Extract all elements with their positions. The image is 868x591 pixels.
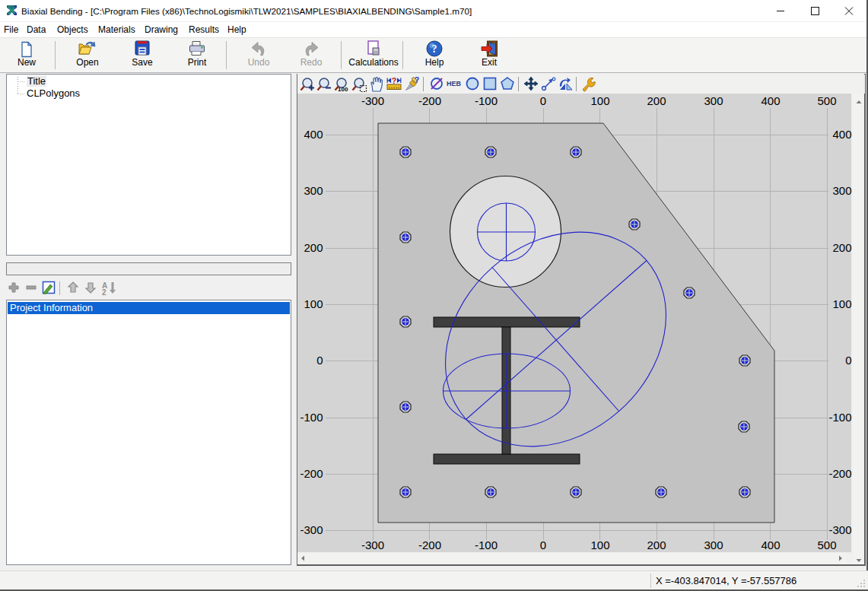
svg-text:300: 300 bbox=[704, 539, 723, 551]
svg-text:200: 200 bbox=[304, 241, 323, 254]
svg-text:0: 0 bbox=[540, 539, 546, 551]
svg-text:-300: -300 bbox=[828, 523, 851, 536]
svg-text:-300: -300 bbox=[361, 539, 384, 551]
svg-text:200: 200 bbox=[832, 241, 851, 254]
svg-text:0: 0 bbox=[845, 354, 851, 367]
svg-text:-100: -100 bbox=[475, 539, 498, 551]
svg-text:500: 500 bbox=[817, 94, 836, 107]
svg-text:400: 400 bbox=[304, 128, 323, 141]
svg-text:-300: -300 bbox=[361, 94, 384, 107]
svg-text:400: 400 bbox=[832, 128, 851, 141]
svg-text:0: 0 bbox=[540, 94, 546, 107]
svg-text:200: 200 bbox=[647, 539, 666, 551]
svg-text:100: 100 bbox=[338, 86, 348, 93]
svg-text:100: 100 bbox=[304, 297, 323, 310]
svg-text:-200: -200 bbox=[300, 467, 323, 480]
svg-text:-100: -100 bbox=[828, 411, 851, 424]
svg-text:300: 300 bbox=[704, 94, 723, 107]
svg-text:100: 100 bbox=[590, 94, 609, 107]
svg-text:-200: -200 bbox=[418, 539, 441, 551]
svg-text:-100: -100 bbox=[475, 94, 498, 107]
svg-text:-300: -300 bbox=[300, 523, 323, 536]
svg-text:?: ? bbox=[432, 43, 437, 55]
svg-text:?: ? bbox=[415, 75, 420, 84]
svg-text:100: 100 bbox=[590, 539, 609, 551]
svg-text:2: 2 bbox=[102, 288, 107, 297]
svg-text:-200: -200 bbox=[828, 467, 851, 480]
svg-text:100: 100 bbox=[832, 297, 851, 310]
svg-text:400: 400 bbox=[761, 539, 780, 551]
svg-text:?: ? bbox=[392, 76, 396, 85]
svg-text:500: 500 bbox=[817, 539, 836, 551]
svg-text:200: 200 bbox=[647, 94, 666, 107]
svg-text:HEB: HEB bbox=[447, 80, 462, 87]
svg-text:0: 0 bbox=[316, 354, 323, 367]
svg-text:300: 300 bbox=[832, 184, 851, 197]
svg-text:-200: -200 bbox=[418, 94, 441, 107]
svg-text:-100: -100 bbox=[300, 411, 323, 424]
svg-text:300: 300 bbox=[304, 184, 323, 197]
svg-text:400: 400 bbox=[761, 94, 780, 107]
